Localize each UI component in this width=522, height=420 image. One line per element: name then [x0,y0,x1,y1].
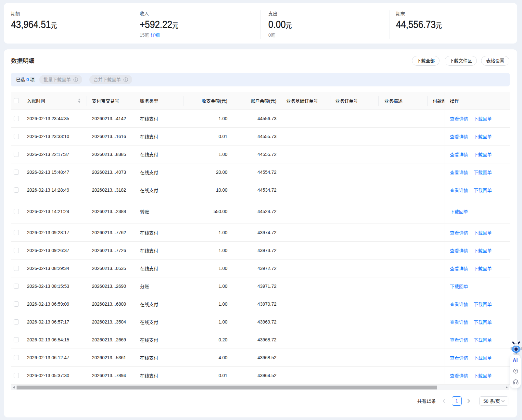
svg-text:?: ? [515,370,516,373]
